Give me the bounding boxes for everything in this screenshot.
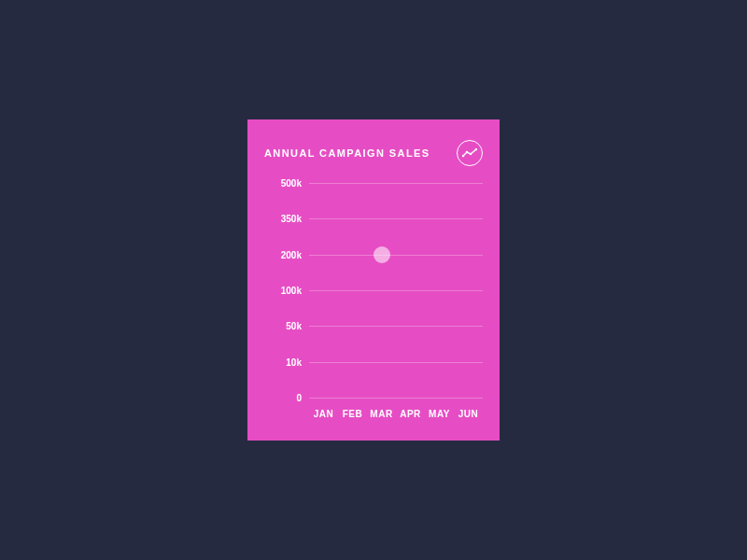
x-tick-label: FEB <box>338 409 367 419</box>
gridline <box>309 218 483 219</box>
gridline <box>309 398 483 399</box>
x-tick-label: APR <box>396 409 425 419</box>
y-tick-label: 350k <box>264 214 302 224</box>
y-tick-label: 200k <box>264 249 302 259</box>
svg-point-1 <box>466 151 469 154</box>
line-chart-icon[interactable] <box>457 140 483 166</box>
x-axis: JANFEBMARAPRMAYJUN <box>309 409 483 419</box>
data-point-highlight[interactable] <box>374 246 390 263</box>
y-tick-label: 0 <box>264 393 302 403</box>
plot-area <box>309 183 483 398</box>
x-tick-label: JAN <box>309 409 338 419</box>
gridline <box>309 183 483 184</box>
gridline <box>309 255 483 256</box>
y-tick-label: 10k <box>264 357 302 367</box>
x-tick-label: MAY <box>425 409 454 419</box>
y-tick-label: 500k <box>264 178 302 189</box>
x-tick-label: JUN <box>454 409 483 419</box>
y-axis: 500k350k200k100k50k10k0 <box>264 183 302 398</box>
x-tick-label: MAR <box>367 409 396 419</box>
gridline <box>309 290 483 291</box>
chart-area: 500k350k200k100k50k10k0 JANFEBMARAPRMAYJ… <box>264 183 483 426</box>
svg-point-2 <box>470 153 472 156</box>
gridline <box>309 326 483 327</box>
gridline <box>309 362 483 363</box>
sales-card: ANNUAL CAMPAIGN SALES 500k350k200k100k50… <box>247 119 500 441</box>
card-title: ANNUAL CAMPAIGN SALES <box>264 147 430 159</box>
y-tick-label: 50k <box>264 321 302 331</box>
y-tick-label: 100k <box>264 286 302 296</box>
card-header: ANNUAL CAMPAIGN SALES <box>264 140 483 166</box>
